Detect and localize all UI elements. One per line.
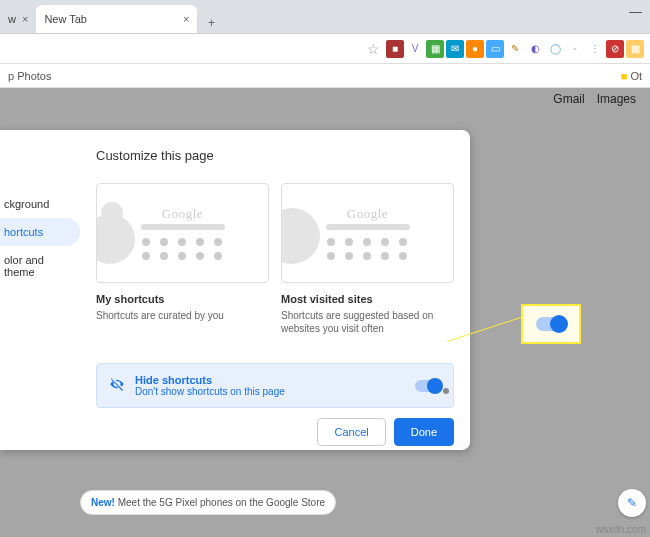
extension-icon[interactable]: ◐: [526, 40, 544, 58]
profile-avatar[interactable]: ▦: [626, 40, 644, 58]
bookmark-item[interactable]: p Photos: [8, 70, 51, 82]
tab-partial[interactable]: w×: [0, 5, 36, 33]
close-icon[interactable]: ×: [183, 13, 189, 25]
hide-icon: [109, 376, 125, 395]
bookmark-bar: p Photos ■ Ot: [0, 64, 650, 88]
new-tab-button[interactable]: +: [201, 13, 221, 33]
bookmark-item[interactable]: ■ Ot: [621, 70, 642, 82]
extension-icon[interactable]: ✉: [446, 40, 464, 58]
dialog-main: Customize this page Google My shortcuts …: [80, 130, 470, 450]
close-icon[interactable]: ×: [22, 13, 28, 25]
bookmark-star-icon[interactable]: ☆: [367, 41, 380, 57]
extension-icon[interactable]: ⋮: [586, 40, 604, 58]
toolbar: ☆ ■ V ▦ ✉ ● ▭ ✎ ◐ ◯ ◦ ⋮ ⊘ ▦: [0, 34, 650, 64]
card-preview: Google: [281, 183, 454, 283]
annotation-dot: [443, 388, 449, 394]
hide-shortcuts-row: Hide shortcuts Don't show shortcuts on t…: [96, 363, 454, 408]
hide-desc: Don't show shortcuts on this page: [135, 386, 285, 397]
extension-icon[interactable]: V: [406, 40, 424, 58]
extension-icon[interactable]: ▭: [486, 40, 504, 58]
card-title: Most visited sites: [281, 293, 454, 305]
extension-icon[interactable]: ◯: [546, 40, 564, 58]
promo-chip[interactable]: New! Meet the 5G Pixel phones on the Goo…: [80, 490, 336, 515]
toggle-zoom: [536, 317, 566, 331]
sidebar-item-background[interactable]: ckground: [0, 190, 80, 218]
option-most-visited[interactable]: Google Most visited sites Shortcuts are …: [281, 183, 454, 335]
tab-new-tab[interactable]: New Tab×: [36, 5, 197, 33]
sidebar-item-color[interactable]: olor and theme: [0, 246, 80, 286]
card-desc: Shortcuts are suggested based on website…: [281, 309, 454, 335]
customize-dialog: ckground hortcuts olor and theme Customi…: [0, 130, 470, 450]
card-preview: Google: [96, 183, 269, 283]
card-desc: Shortcuts are curated by you: [96, 309, 269, 322]
dialog-title: Customize this page: [96, 148, 454, 163]
extension-icon[interactable]: ◦: [566, 40, 584, 58]
extension-icon[interactable]: ⊘: [606, 40, 624, 58]
tab-strip: w× New Tab× + —: [0, 0, 650, 34]
extension-icon[interactable]: ■: [386, 40, 404, 58]
dialog-sidebar: ckground hortcuts olor and theme: [0, 130, 80, 450]
watermark: wsxdn.com: [596, 524, 646, 535]
sidebar-item-shortcuts[interactable]: hortcuts: [0, 218, 80, 246]
extension-icon[interactable]: ●: [466, 40, 484, 58]
done-button[interactable]: Done: [394, 418, 454, 446]
cancel-button[interactable]: Cancel: [317, 418, 385, 446]
hide-title: Hide shortcuts: [135, 374, 285, 386]
option-my-shortcuts[interactable]: Google My shortcuts Shortcuts are curate…: [96, 183, 269, 335]
customize-pencil-button[interactable]: ✎: [618, 489, 646, 517]
hide-shortcuts-toggle[interactable]: [415, 380, 441, 392]
annotation-callout: [521, 304, 581, 344]
card-title: My shortcuts: [96, 293, 269, 305]
extension-icon[interactable]: ✎: [506, 40, 524, 58]
extension-icon[interactable]: ▦: [426, 40, 444, 58]
window-minimize[interactable]: —: [629, 4, 642, 19]
